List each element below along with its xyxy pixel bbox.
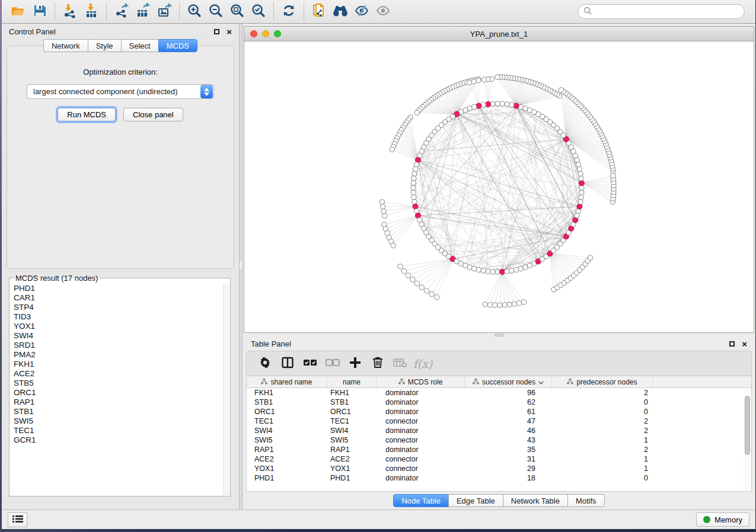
tab-style[interactable]: Style: [88, 39, 122, 52]
table-cell: FKH1: [327, 389, 377, 397]
network-canvas[interactable]: [244, 41, 754, 332]
table-options-button[interactable]: [254, 354, 276, 374]
table-scrollbar[interactable]: [744, 389, 751, 491]
horizontal-splitter[interactable]: [244, 333, 754, 336]
function-builder-button[interactable]: f(x): [412, 354, 434, 374]
close-panel-icon[interactable]: ×: [227, 27, 232, 36]
list-item[interactable]: STB1: [14, 407, 222, 416]
table-row[interactable]: ORC1ORC1dominator610: [247, 407, 751, 416]
hide-selected-button[interactable]: [351, 2, 372, 21]
status-bar: Memory: [2, 509, 755, 529]
list-item[interactable]: CAR1: [14, 293, 222, 303]
delete-selected-button[interactable]: [366, 354, 389, 374]
zoom-out-button[interactable]: [205, 2, 227, 21]
column-header-shared-name[interactable]: shared name: [247, 376, 327, 387]
table-row[interactable]: YOX1YOX1connector291: [247, 464, 751, 473]
open-folder-icon: [11, 4, 26, 20]
refresh-view-button[interactable]: [278, 2, 299, 21]
table-cell: 61: [465, 408, 552, 416]
import-table-button[interactable]: [81, 2, 102, 21]
list-item[interactable]: TEC1: [14, 426, 222, 435]
deselect-all-button[interactable]: [321, 354, 344, 374]
tab-edge-table[interactable]: Edge Table: [448, 494, 503, 507]
float-panel-icon[interactable]: [214, 29, 219, 34]
mcds-result-list[interactable]: PHD1CAR1STP4TID3YOX1SWI4SRD1PMA2FKH1ACE2…: [14, 284, 222, 495]
column-header-predecessor-nodes[interactable]: predecessor nodes: [552, 376, 653, 387]
column-header-mcds-role[interactable]: MCDS role: [377, 376, 465, 387]
tab-node-table[interactable]: Node Table: [393, 494, 449, 507]
table-toolbar: f(x): [246, 351, 752, 376]
list-item[interactable]: TID3: [14, 312, 222, 322]
traffic-light-minimize-icon[interactable]: [262, 30, 269, 37]
table-row[interactable]: FKH1FKH1dominator962: [247, 388, 751, 398]
float-panel-icon[interactable]: [729, 341, 735, 347]
tab-mcds[interactable]: MCDS: [158, 39, 197, 52]
table-row[interactable]: TEC1TEC1connector472: [247, 416, 751, 426]
close-panel-button[interactable]: Close panel: [123, 108, 183, 121]
traffic-light-close-icon[interactable]: [250, 30, 257, 37]
export-network-button[interactable]: [111, 2, 132, 21]
criterion-select[interactable]: largest connected component (undirected): [27, 84, 214, 99]
table-row[interactable]: SWI5SWI5connector431: [247, 435, 751, 445]
vertical-splitter[interactable]: [239, 24, 243, 509]
list-item[interactable]: FKH1: [14, 360, 222, 369]
list-item[interactable]: PHD1: [14, 284, 222, 293]
zoom-fit-button[interactable]: [227, 2, 248, 21]
list-item[interactable]: SRD1: [14, 341, 222, 350]
search-input[interactable]: [595, 7, 739, 16]
scrollbar-thumb[interactable]: [745, 396, 750, 455]
select-all-button[interactable]: [299, 354, 321, 374]
network-titlebar[interactable]: YPA_prune.txt_1: [244, 27, 754, 41]
list-item[interactable]: ORC1: [14, 388, 222, 398]
list-item[interactable]: PMA2: [14, 350, 222, 360]
list-item[interactable]: SWI4: [14, 331, 222, 341]
table-row[interactable]: PHD1PHD1dominator180: [247, 473, 751, 483]
tab-select[interactable]: Select: [121, 39, 159, 52]
toolbar-separator: [273, 3, 274, 21]
find-button[interactable]: [330, 2, 351, 21]
splitter-grip[interactable]: [495, 334, 504, 336]
tab-network-table[interactable]: Network Table: [503, 494, 568, 507]
list-item[interactable]: STB5: [14, 379, 222, 388]
table-row[interactable]: ACE2ACE2connector311: [247, 454, 751, 464]
splitter-grip[interactable]: [239, 259, 243, 270]
share-document-button[interactable]: [308, 2, 330, 21]
list-item[interactable]: ACE2: [14, 369, 222, 379]
list-item[interactable]: YOX1: [14, 322, 222, 331]
table-row[interactable]: SWI4SWI4dominator462: [247, 426, 751, 435]
show-all-button[interactable]: [372, 2, 394, 21]
list-item[interactable]: RAP1: [14, 398, 222, 407]
column-header-filler: [653, 376, 751, 387]
toolbar-separator: [304, 3, 304, 21]
show-columns-button[interactable]: [276, 354, 299, 374]
zoom-selected-button[interactable]: [248, 2, 269, 21]
column-header-name[interactable]: name: [327, 376, 377, 387]
open-file-button[interactable]: [8, 2, 29, 21]
table-row[interactable]: STB1STB1dominator620: [247, 398, 751, 407]
close-panel-icon[interactable]: ×: [742, 339, 747, 348]
run-mcds-button[interactable]: Run MCDS: [58, 108, 116, 121]
tab-motifs[interactable]: Motifs: [567, 494, 605, 507]
node-table: shared name name MCDS role successor nod…: [246, 376, 752, 492]
list-item[interactable]: STP4: [14, 303, 222, 312]
export-table-button[interactable]: [132, 2, 154, 21]
traffic-light-zoom-icon[interactable]: [274, 30, 281, 37]
table-cell: RAP1: [327, 446, 377, 454]
toolbar-separator: [106, 3, 107, 21]
column-header-successor-nodes[interactable]: successor nodes: [465, 376, 552, 387]
save-session-button[interactable]: [29, 2, 50, 21]
status-menu-button[interactable]: [8, 512, 27, 527]
delete-table-button[interactable]: [389, 354, 412, 374]
table-cell: SWI5: [327, 436, 377, 444]
add-column-button[interactable]: [344, 354, 366, 374]
table-row[interactable]: RAP1RAP1dominator352: [247, 445, 751, 454]
list-scrollbar[interactable]: [223, 283, 229, 495]
list-item[interactable]: GCR1: [14, 435, 222, 445]
import-network-button[interactable]: [59, 2, 81, 21]
list-item[interactable]: SWI5: [14, 416, 222, 426]
zoom-in-button[interactable]: [184, 2, 205, 21]
memory-button[interactable]: Memory: [696, 512, 749, 527]
tab-network[interactable]: Network: [43, 39, 88, 52]
export-image-button[interactable]: [154, 2, 175, 21]
table-cell: 0: [552, 474, 653, 482]
